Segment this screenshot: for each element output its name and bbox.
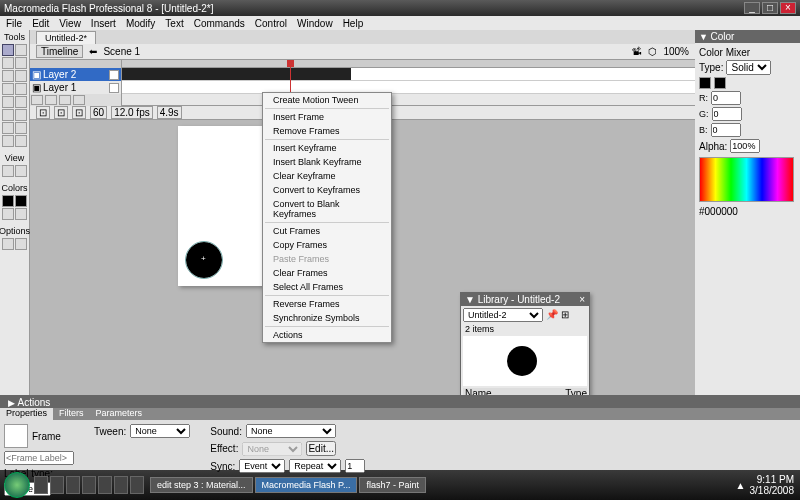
ink-bottle-tool[interactable]: [2, 122, 14, 134]
zoom-tool[interactable]: [15, 165, 27, 177]
delete-layer-button[interactable]: [73, 95, 85, 105]
zoom-value[interactable]: 100%: [663, 46, 689, 57]
maximize-button[interactable]: □: [762, 2, 778, 14]
onion-skin-outlines-icon[interactable]: ⊡: [54, 106, 68, 119]
symbol-instance[interactable]: [186, 242, 222, 278]
playhead[interactable]: [290, 60, 291, 94]
back-icon[interactable]: ⬅: [89, 46, 97, 57]
close-button[interactable]: ×: [780, 2, 796, 14]
quicklaunch-icon[interactable]: [98, 476, 112, 494]
start-button[interactable]: [4, 472, 30, 498]
menu-help[interactable]: Help: [343, 18, 364, 29]
sound-select[interactable]: None: [246, 424, 336, 438]
edit-symbol-icon[interactable]: ⬡: [648, 46, 657, 57]
paint-bucket-tool[interactable]: [15, 122, 27, 134]
alpha-input[interactable]: [730, 139, 760, 153]
add-motion-guide-button[interactable]: [45, 95, 57, 105]
menu-window[interactable]: Window: [297, 18, 333, 29]
snap-option[interactable]: [2, 238, 14, 250]
track-layer-1[interactable]: [122, 81, 695, 94]
context-menu-item[interactable]: Create Motion Tween: [263, 93, 391, 107]
context-menu-item[interactable]: Clear Frames: [263, 266, 391, 280]
context-menu-item[interactable]: Insert Blank Keyframe: [263, 155, 391, 169]
swap-colors[interactable]: [2, 208, 14, 220]
menu-commands[interactable]: Commands: [194, 18, 245, 29]
edit-scene-icon[interactable]: 📽: [632, 46, 642, 57]
col-type[interactable]: Type: [565, 388, 587, 395]
quicklaunch-icon[interactable]: [82, 476, 96, 494]
fill-color[interactable]: [15, 195, 27, 207]
tab-filters[interactable]: Filters: [53, 408, 90, 420]
quicklaunch-icon[interactable]: [66, 476, 80, 494]
quicklaunch-icon[interactable]: [114, 476, 128, 494]
line-tool[interactable]: [2, 70, 14, 82]
pen-tool[interactable]: [2, 83, 14, 95]
gradient-tool[interactable]: [15, 57, 27, 69]
document-tab[interactable]: Untitled-2*: [36, 31, 96, 44]
sync-select[interactable]: Event: [239, 459, 285, 473]
tab-parameters[interactable]: Parameters: [90, 408, 149, 420]
layer-row[interactable]: ▣ Layer 1: [30, 81, 121, 94]
repeat-select[interactable]: Repeat: [289, 459, 341, 473]
frame-area[interactable]: [122, 60, 695, 105]
context-menu-item[interactable]: Select All Frames: [263, 280, 391, 294]
stroke-color[interactable]: [2, 195, 14, 207]
b-input[interactable]: [711, 123, 741, 137]
eyedropper-tool[interactable]: [2, 135, 14, 147]
context-menu-item[interactable]: Copy Frames: [263, 238, 391, 252]
subselection-tool[interactable]: [15, 44, 27, 56]
color-panel-header[interactable]: ▼ Color: [695, 30, 800, 43]
minimize-button[interactable]: _: [744, 2, 760, 14]
smooth-option[interactable]: [15, 238, 27, 250]
col-name[interactable]: Name: [463, 388, 565, 395]
color-spectrum[interactable]: [699, 157, 794, 202]
insert-layer-button[interactable]: [31, 95, 43, 105]
text-tool[interactable]: [15, 83, 27, 95]
onion-skin-icon[interactable]: ⊡: [36, 106, 50, 119]
repeat-count-input[interactable]: [345, 459, 365, 473]
tab-properties[interactable]: Properties: [0, 408, 53, 420]
menu-modify[interactable]: Modify: [126, 18, 155, 29]
quicklaunch-icon[interactable]: [130, 476, 144, 494]
free-transform-tool[interactable]: [2, 57, 14, 69]
pencil-tool[interactable]: [2, 109, 14, 121]
no-color[interactable]: [15, 208, 27, 220]
menu-edit[interactable]: Edit: [32, 18, 49, 29]
library-panel[interactable]: ▼ Library - Untitled-2× Untitled-2 📌 ⊞ 2…: [460, 292, 590, 395]
context-menu-item[interactable]: Reverse Frames: [263, 297, 391, 311]
new-panel-icon[interactable]: ⊞: [561, 309, 569, 320]
layer-row[interactable]: ▣ Layer 2: [30, 68, 121, 81]
context-menu-item[interactable]: Clear Keyframe: [263, 169, 391, 183]
taskbar-task[interactable]: flash7 - Paint: [359, 477, 426, 493]
selection-tool[interactable]: [2, 44, 14, 56]
context-menu-item[interactable]: Convert to Keyframes: [263, 183, 391, 197]
rectangle-tool[interactable]: [15, 96, 27, 108]
quicklaunch-icon[interactable]: [34, 476, 48, 494]
context-menu-item[interactable]: Remove Frames: [263, 124, 391, 138]
tray-icon[interactable]: ▲: [736, 480, 746, 491]
context-menu-item[interactable]: Insert Frame: [263, 110, 391, 124]
edit-multiple-frames-icon[interactable]: ⊡: [72, 106, 86, 119]
layer-visible-icon[interactable]: [109, 70, 119, 80]
layer-visible-icon[interactable]: [109, 83, 119, 93]
color-mixer-tab[interactable]: Color Mixer: [699, 47, 750, 58]
lasso-tool[interactable]: [15, 70, 27, 82]
hex-value[interactable]: #000000: [699, 206, 738, 217]
brush-tool[interactable]: [15, 109, 27, 121]
quicklaunch-icon[interactable]: [50, 476, 64, 494]
menu-text[interactable]: Text: [165, 18, 183, 29]
tween-select[interactable]: None: [130, 424, 190, 438]
taskbar-task[interactable]: Macromedia Flash P...: [255, 477, 358, 493]
type-select[interactable]: Solid: [726, 60, 771, 75]
menu-control[interactable]: Control: [255, 18, 287, 29]
g-input[interactable]: [712, 107, 742, 121]
frame-label-input[interactable]: [4, 451, 74, 465]
context-menu-item[interactable]: Cut Frames: [263, 224, 391, 238]
menu-insert[interactable]: Insert: [91, 18, 116, 29]
library-doc-select[interactable]: Untitled-2: [463, 308, 543, 322]
context-menu-item[interactable]: Paste Frames: [263, 252, 391, 266]
menu-file[interactable]: File: [6, 18, 22, 29]
timeline-toggle[interactable]: Timeline: [36, 45, 83, 58]
track-layer-2[interactable]: [122, 68, 695, 81]
r-input[interactable]: [711, 91, 741, 105]
